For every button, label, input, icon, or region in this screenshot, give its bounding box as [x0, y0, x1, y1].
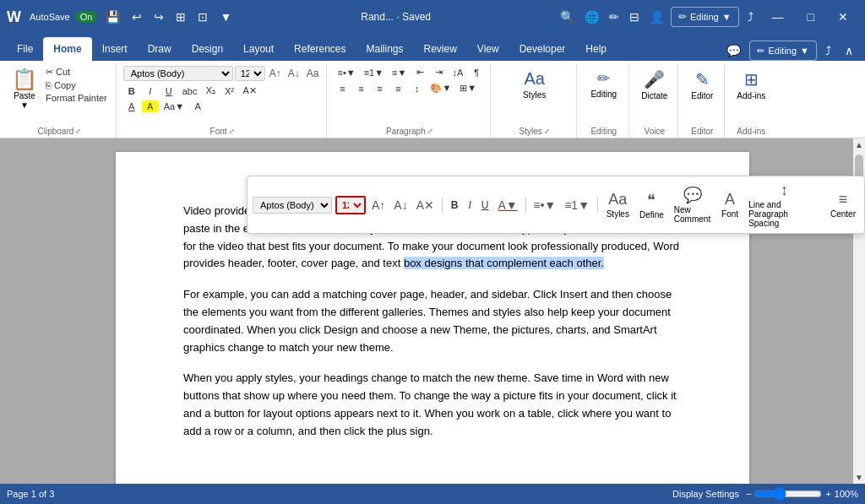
tab-home[interactable]: Home	[43, 37, 91, 61]
decrease-indent-button[interactable]: ⇤	[411, 66, 428, 79]
undo-icon[interactable]: ↩	[128, 8, 145, 25]
search-icon[interactable]: 🔍	[557, 8, 578, 25]
zoom-out-button[interactable]: −	[746, 489, 751, 499]
editing-icon-btn[interactable]: ✏ Editing	[585, 66, 622, 102]
paragraph-expand-icon[interactable]: ⤢	[427, 127, 433, 135]
ft-styles-button[interactable]: Aa Styles	[603, 189, 633, 220]
ft-shrink-icon[interactable]: A↓	[391, 197, 410, 214]
web-icon[interactable]: 🌐	[581, 8, 602, 25]
ft-clear-icon[interactable]: A✕	[414, 197, 437, 214]
ft-underline-button[interactable]: U	[478, 198, 492, 213]
display-settings[interactable]: Display Settings	[672, 489, 739, 499]
tab-file[interactable]: File	[7, 37, 43, 61]
font-name-select[interactable]: Aptos (Body)	[123, 66, 233, 81]
multilevel-button[interactable]: ≡▼	[389, 67, 410, 79]
redo-icon[interactable]: ↪	[150, 8, 167, 25]
zoom-in-button[interactable]: +	[825, 489, 830, 499]
dictate-button[interactable]: 🎤 Dictate	[636, 66, 672, 104]
ft-define-button[interactable]: ❝ Define	[636, 189, 667, 221]
comments-icon[interactable]: 💬	[721, 41, 746, 61]
justify-button[interactable]: ≡	[389, 83, 406, 95]
ft-bullets-icon[interactable]: ≡•▼	[530, 197, 558, 214]
tab-layout[interactable]: Layout	[233, 37, 284, 61]
addins-button[interactable]: ⊞ Add-ins	[732, 66, 770, 104]
table-icon[interactable]: ⊟	[626, 8, 643, 25]
ribbon-collapse-icon[interactable]: ∧	[840, 41, 858, 61]
text-effects-button[interactable]: A	[189, 100, 206, 112]
minimize-button[interactable]: —	[762, 0, 794, 34]
tab-insert[interactable]: Insert	[92, 37, 138, 61]
superscript-button[interactable]: X²	[221, 85, 238, 97]
editor-label: Editor	[691, 91, 713, 100]
increase-indent-button[interactable]: ⇥	[430, 66, 447, 79]
font-size-select[interactable]: 12	[235, 66, 265, 81]
close-button[interactable]: ✕	[828, 0, 858, 34]
shading-button[interactable]: 🎨▼	[427, 82, 454, 95]
ft-grow-icon[interactable]: A↑	[369, 197, 388, 214]
clear-format-button[interactable]: A✕	[240, 84, 260, 97]
subscript-button[interactable]: X₂	[203, 84, 220, 97]
scroll-down-arrow[interactable]: ▼	[853, 471, 865, 484]
ft-font-select[interactable]: Aptos (Body)	[253, 197, 332, 214]
numbering-button[interactable]: ≡1▼	[361, 67, 387, 79]
tab-draw[interactable]: Draw	[138, 37, 182, 61]
highlight-button[interactable]: A	[142, 100, 159, 112]
extras-icon[interactable]: ⊡	[194, 8, 211, 25]
show-hide-button[interactable]: ¶	[468, 67, 485, 79]
save-icon[interactable]: 💾	[102, 8, 123, 25]
tab-design[interactable]: Design	[182, 37, 233, 61]
shrink-font-button[interactable]: A↓	[286, 68, 302, 79]
tab-developer[interactable]: Developer	[509, 37, 576, 61]
autosave-toggle[interactable]: On	[75, 11, 98, 23]
align-right-button[interactable]: ≡	[371, 83, 388, 95]
scroll-up-arrow[interactable]: ▲	[853, 138, 865, 151]
line-spacing-button[interactable]: ↕	[408, 83, 425, 95]
editing-button-tab[interactable]: ✏ Editing ▼	[749, 41, 817, 61]
zoom-slider[interactable]	[754, 487, 822, 501]
tab-view[interactable]: View	[467, 37, 509, 61]
sort-button[interactable]: ↕A	[449, 67, 466, 79]
grow-font-button[interactable]: A↑	[267, 68, 284, 79]
profile-icon[interactable]: 👤	[646, 8, 667, 25]
tab-references[interactable]: References	[284, 37, 356, 61]
maximize-button[interactable]: □	[797, 0, 824, 34]
clipboard-expand-icon[interactable]: ⤢	[75, 127, 81, 135]
ft-numbering-icon[interactable]: ≡1▼	[562, 197, 592, 214]
ft-size-select[interactable]: 12	[335, 196, 366, 214]
styles-expand-icon[interactable]: ⤢	[544, 127, 550, 135]
italic-button[interactable]: I	[142, 85, 159, 97]
ft-line-spacing-button[interactable]: ↕ Line and Paragraph Spacing	[745, 180, 824, 230]
copy-button[interactable]: ⎘ Copy	[42, 79, 111, 91]
ft-font-btn[interactable]: A Font	[718, 189, 742, 220]
change-case-button[interactable]: Aa▼	[160, 100, 188, 112]
styles-button[interactable]: Aa Styles	[518, 66, 552, 103]
font-expand-icon[interactable]: ⤢	[229, 127, 235, 135]
tab-review[interactable]: Review	[414, 37, 467, 61]
ft-center-button[interactable]: ≡ Center	[827, 189, 859, 220]
ft-bold-button[interactable]: B	[448, 198, 462, 213]
clear-formatting-button[interactable]: Aa	[304, 68, 322, 79]
bullets-button[interactable]: ≡•▼	[334, 67, 358, 79]
ft-new-comment-button[interactable]: 💬 New Comment	[671, 184, 715, 225]
paste-button[interactable]: 📋 Paste ▼	[8, 66, 41, 111]
borders-button[interactable]: ⊞▼	[456, 82, 480, 95]
center-button[interactable]: ≡	[352, 83, 369, 95]
cut-button[interactable]: ✂ Cut	[42, 66, 111, 79]
underline-button[interactable]: U	[160, 85, 177, 97]
format-painter-button[interactable]: Format Painter	[42, 92, 111, 104]
editor-button[interactable]: ✎ Editor	[685, 66, 719, 104]
tab-help[interactable]: Help	[575, 37, 617, 61]
dropdown-icon[interactable]: ▼	[216, 8, 235, 25]
pen-icon[interactable]: ✏	[606, 8, 623, 25]
tab-mailings[interactable]: Mailings	[356, 37, 413, 61]
share-icon[interactable]: ⤴	[743, 7, 759, 27]
font-color-button[interactable]: A	[123, 100, 140, 112]
layout-icon[interactable]: ⊞	[172, 8, 189, 25]
strikethrough-button[interactable]: abc	[179, 85, 201, 97]
editing-mode-button[interactable]: ✏ Editing ▼	[671, 7, 739, 27]
share-tab-icon[interactable]: ⤴	[820, 41, 836, 61]
bold-button[interactable]: B	[123, 85, 140, 97]
ft-italic-button[interactable]: I	[465, 198, 474, 213]
align-left-button[interactable]: ≡	[334, 83, 351, 95]
ft-color-icon[interactable]: A▼	[495, 197, 520, 214]
